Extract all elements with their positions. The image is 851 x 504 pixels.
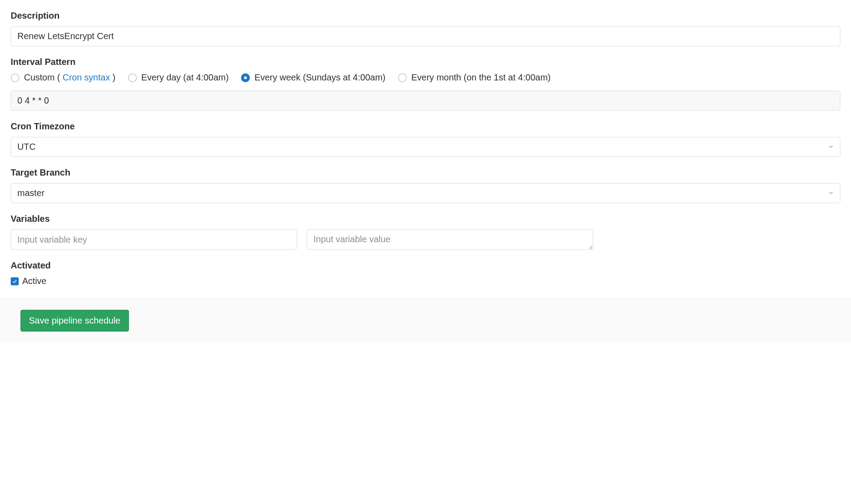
interval-daily-option[interactable]: Every day (at 4:00am): [128, 72, 229, 83]
branch-group: Target Branch master: [11, 168, 840, 203]
timezone-value: UTC: [17, 142, 36, 152]
radio-icon: [241, 73, 250, 82]
checkbox-checked-icon: [11, 277, 19, 285]
radio-icon: [11, 73, 20, 82]
timezone-select-wrapper: UTC: [11, 137, 840, 157]
description-group: Description: [11, 11, 840, 46]
timezone-select[interactable]: UTC: [11, 137, 840, 157]
activated-group: Activated Active: [11, 260, 840, 286]
radio-icon: [398, 73, 407, 82]
variable-value-input[interactable]: [307, 229, 593, 250]
activated-label: Activated: [11, 260, 840, 271]
interval-weekly-option[interactable]: Every week (Sundays at 4:00am): [241, 72, 385, 83]
radio-icon: [128, 73, 137, 82]
interval-label: Interval Pattern: [11, 57, 840, 67]
cron-syntax-link[interactable]: Cron syntax: [63, 72, 110, 82]
interval-custom-prefix: Custom: [24, 72, 55, 82]
interval-daily-label: Every day (at 4:00am): [141, 72, 229, 83]
form-footer: Save pipeline schedule: [0, 299, 851, 342]
active-checkbox-label: Active: [22, 276, 46, 286]
interval-group: Interval Pattern Custom ( Cron syntax ) …: [11, 57, 840, 111]
interval-monthly-label: Every month (on the 1st at 4:00am): [411, 72, 551, 83]
cron-expression-input: [11, 91, 840, 111]
timezone-label: Cron Timezone: [11, 121, 840, 132]
branch-select[interactable]: master: [11, 183, 840, 203]
description-label: Description: [11, 11, 840, 21]
interval-monthly-option[interactable]: Every month (on the 1st at 4:00am): [398, 72, 551, 83]
variable-key-input[interactable]: [11, 229, 297, 250]
branch-value: master: [17, 188, 44, 198]
open-paren: (: [57, 72, 62, 82]
timezone-group: Cron Timezone UTC: [11, 121, 840, 157]
save-button[interactable]: Save pipeline schedule: [20, 310, 129, 332]
description-input[interactable]: [11, 26, 840, 46]
branch-select-wrapper: master: [11, 183, 840, 203]
interval-custom-option[interactable]: Custom ( Cron syntax ): [11, 72, 116, 83]
interval-weekly-label: Every week (Sundays at 4:00am): [254, 72, 385, 83]
interval-radio-row: Custom ( Cron syntax ) Every day (at 4:0…: [11, 72, 840, 83]
variables-label: Variables: [11, 214, 840, 224]
active-checkbox-row[interactable]: Active: [11, 276, 840, 286]
close-paren: ): [110, 72, 115, 82]
interval-custom-label: Custom ( Cron syntax ): [24, 72, 116, 83]
variables-row: [11, 229, 593, 250]
branch-label: Target Branch: [11, 168, 840, 178]
variables-group: Variables: [11, 214, 840, 250]
